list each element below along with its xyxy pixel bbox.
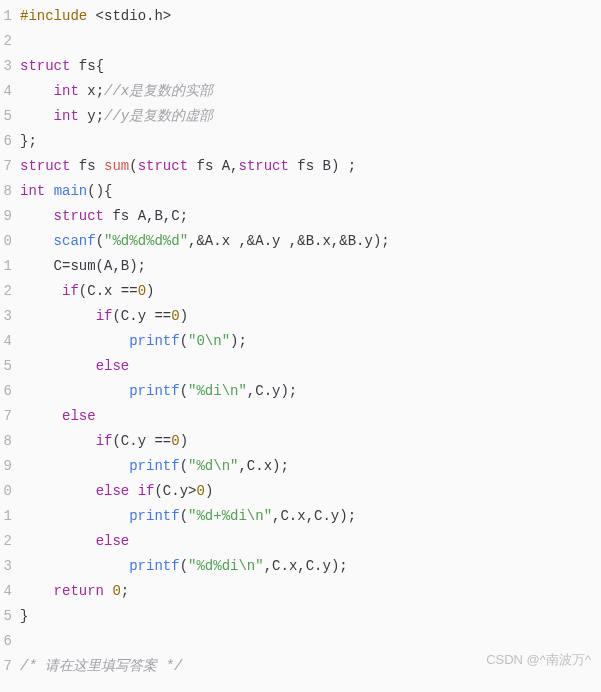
code-token: }; xyxy=(20,133,37,149)
line-number: 2 xyxy=(0,279,12,304)
line-number: 1 xyxy=(0,504,12,529)
code-token: <stdio.h> xyxy=(87,8,171,24)
code-block: 123456789012345678901234567 #include <st… xyxy=(0,0,601,683)
line-number: 2 xyxy=(0,529,12,554)
code-token: ,C.y); xyxy=(247,383,297,399)
code-token xyxy=(20,433,96,449)
code-token: else xyxy=(96,358,130,374)
code-line: /* 请在这里填写答案 */ xyxy=(20,654,601,679)
code-line: }; xyxy=(20,129,601,154)
code-token: struct xyxy=(20,58,70,74)
code-token: (C.x == xyxy=(79,283,138,299)
code-token xyxy=(129,483,137,499)
line-number: 3 xyxy=(0,554,12,579)
code-token xyxy=(20,383,129,399)
code-line: if(C.y ==0) xyxy=(20,304,601,329)
line-number: 4 xyxy=(0,579,12,604)
code-line: scanf("%d%d%d%d",&A.x ,&A.y ,&B.x,&B.y); xyxy=(20,229,601,254)
code-token xyxy=(20,458,129,474)
code-token: else xyxy=(96,483,130,499)
line-number: 7 xyxy=(0,404,12,429)
line-number-gutter: 123456789012345678901234567 xyxy=(0,0,12,683)
code-token xyxy=(20,408,62,424)
code-token: int xyxy=(20,183,45,199)
code-line: printf("0\n"); xyxy=(20,329,601,354)
code-line: if(C.x ==0) xyxy=(20,279,601,304)
code-token: return xyxy=(54,583,104,599)
code-content[interactable]: #include <stdio.h> struct fs{ int x;//x是… xyxy=(12,0,601,683)
code-token: int xyxy=(54,83,79,99)
code-line: printf("%d%di\n",C.x,C.y); xyxy=(20,554,601,579)
code-token: 0 xyxy=(112,583,120,599)
code-token: printf xyxy=(129,558,179,574)
code-token: printf xyxy=(129,458,179,474)
line-number: 7 xyxy=(0,654,12,679)
code-token: x; xyxy=(79,83,104,99)
code-token: fs xyxy=(70,158,104,174)
code-token xyxy=(20,208,54,224)
line-number: 2 xyxy=(0,29,12,54)
code-token: (C.y> xyxy=(154,483,196,499)
code-token xyxy=(20,558,129,574)
code-token xyxy=(20,233,54,249)
code-token: main xyxy=(54,183,88,199)
code-token: fs B) ; xyxy=(289,158,356,174)
code-token xyxy=(20,108,54,124)
code-token: if xyxy=(96,433,113,449)
code-line: printf("%d+%di\n",C.x,C.y); xyxy=(20,504,601,529)
code-token: ,C.x,C.y); xyxy=(264,558,348,574)
code-token: fs A, xyxy=(188,158,238,174)
code-token xyxy=(20,333,129,349)
code-token: ( xyxy=(180,458,188,474)
code-token: else xyxy=(96,533,130,549)
line-number: 4 xyxy=(0,79,12,104)
code-token: #include xyxy=(20,8,87,24)
code-token: "%d%d%d%d" xyxy=(104,233,188,249)
line-number: 0 xyxy=(0,479,12,504)
code-token: ,C.x,C.y); xyxy=(272,508,356,524)
code-token: scanf xyxy=(54,233,96,249)
line-number: 5 xyxy=(0,354,12,379)
code-token: if xyxy=(62,283,79,299)
code-token: ( xyxy=(180,558,188,574)
code-token xyxy=(45,183,53,199)
code-token: sum xyxy=(104,158,129,174)
code-token xyxy=(20,358,96,374)
code-token: "%d+%di\n" xyxy=(188,508,272,524)
line-number: 7 xyxy=(0,154,12,179)
code-line: struct fs sum(struct fs A,struct fs B) ; xyxy=(20,154,601,179)
code-token: ) xyxy=(205,483,213,499)
code-token: ; xyxy=(121,583,129,599)
code-token: struct xyxy=(138,158,188,174)
code-token: if xyxy=(138,483,155,499)
code-token: "%di\n" xyxy=(188,383,247,399)
code-token: ,C.x); xyxy=(238,458,288,474)
code-token xyxy=(20,483,96,499)
code-token: ,&A.x ,&A.y ,&B.x,&B.y); xyxy=(188,233,390,249)
code-line: return 0; xyxy=(20,579,601,604)
code-token: y; xyxy=(79,108,104,124)
code-token: 0 xyxy=(196,483,204,499)
line-number: 5 xyxy=(0,604,12,629)
code-token: 0 xyxy=(171,433,179,449)
code-line: else xyxy=(20,354,601,379)
code-token: ) xyxy=(180,308,188,324)
line-number: 3 xyxy=(0,304,12,329)
code-line: int y;//y是复数的虚部 xyxy=(20,104,601,129)
line-number: 1 xyxy=(0,254,12,279)
code-token: "%d\n" xyxy=(188,458,238,474)
code-token: (C.y == xyxy=(112,433,171,449)
code-token: } xyxy=(20,608,28,624)
code-line: if(C.y ==0) xyxy=(20,429,601,454)
line-number: 6 xyxy=(0,379,12,404)
code-line: printf("%di\n",C.y); xyxy=(20,379,601,404)
code-token: fs A,B,C; xyxy=(104,208,188,224)
code-line: int x;//x是复数的实部 xyxy=(20,79,601,104)
code-token: (C.y == xyxy=(112,308,171,324)
code-token: printf xyxy=(129,333,179,349)
code-token: ) xyxy=(146,283,154,299)
code-token: "%d%di\n" xyxy=(188,558,264,574)
line-number: 5 xyxy=(0,104,12,129)
code-line: else if(C.y>0) xyxy=(20,479,601,504)
line-number: 9 xyxy=(0,454,12,479)
